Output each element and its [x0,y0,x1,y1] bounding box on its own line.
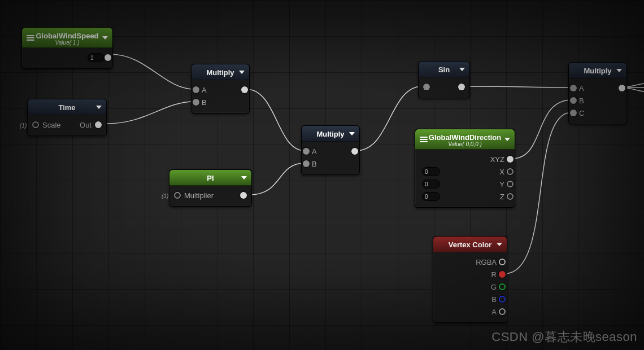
node-sin[interactable]: Sin [418,61,470,98]
node-pi[interactable]: (1) PI Multiplier [169,169,252,207]
node-time[interactable]: (1) Time Scale Out [27,99,107,136]
output-pin[interactable] [240,192,247,199]
chevron-down-icon[interactable] [239,71,245,74]
value-input[interactable]: 1 [88,53,105,62]
chevron-down-icon[interactable] [241,176,247,180]
output-pin[interactable] [619,85,625,91]
node-header[interactable]: Multiply [569,63,626,78]
node-header[interactable]: Vertex Color [433,237,507,252]
node-header[interactable]: Sin [419,62,469,77]
value-input-x[interactable]: 0 [422,167,440,176]
node-header[interactable]: PI [169,170,251,186]
node-title: Time [58,103,75,112]
pin-label: G [491,283,497,291]
output-pin-y[interactable] [507,181,514,187]
output-pin-b[interactable] [499,296,506,303]
node-header[interactable]: GlobalWindSpeed Value( 1 ) [22,28,112,48]
chevron-down-icon[interactable] [102,36,108,40]
output-pin-a[interactable] [499,308,506,315]
pin-label: C [579,109,584,117]
node-graph-canvas[interactable]: GlobalWindSpeed Value( 1 ) 1 (1) Time Sc… [0,0,644,350]
output-pin[interactable] [458,84,465,90]
pin-label: Y [499,180,504,189]
node-title: GlobalWindDirection [429,133,501,142]
output-pin-r[interactable] [499,271,506,278]
node-header[interactable]: Time [28,99,106,115]
output-pin-x[interactable] [507,168,514,175]
node-global-wind-direction[interactable]: GlobalWindDirection Value( 0,0,0 ) XYZ 0… [415,129,515,208]
ext-label: (1) [20,123,27,129]
node-title: Multiply [584,67,611,75]
input-pin[interactable] [423,84,430,90]
watermark-text: CSDN @暮志未晚season [491,329,637,345]
node-header[interactable]: GlobalWindDirection Value( 0,0,0 ) [415,129,515,150]
chevron-down-icon[interactable] [504,138,510,141]
node-subtitle: Value( 0,0,0 ) [448,141,482,147]
node-multiply-2[interactable]: Multiply A B [301,125,360,175]
node-title: GlobalWindSpeed [36,32,98,40]
value-input-z[interactable]: 0 [422,192,440,201]
output-pin[interactable] [105,54,111,61]
ext-label: (1) [162,193,168,199]
pin-label: B [312,160,317,168]
chevron-down-icon[interactable] [459,68,465,71]
node-title: Multiply [206,68,234,77]
output-pin[interactable] [241,86,248,93]
pin-label: A [491,308,497,316]
input-pin-multiplier[interactable] [174,192,181,199]
node-header[interactable]: Multiply [192,64,249,80]
pin-label: Multiplier [184,191,214,200]
pin-label: B [579,97,584,105]
input-pin-a[interactable] [303,148,310,155]
pin-label: B [202,98,207,107]
pin-label: A [202,86,207,94]
input-pin-b[interactable] [303,160,310,167]
pin-label: Out [80,121,92,129]
pin-label: X [499,168,504,176]
chevron-down-icon[interactable] [616,69,622,72]
chevron-down-icon[interactable] [497,243,502,246]
pin-label: Scale [42,121,61,129]
node-title: PI [207,174,214,182]
output-pin-g[interactable] [499,283,506,290]
input-pin-a[interactable] [193,86,199,93]
pin-label: A [312,147,317,156]
input-pin-scale[interactable] [32,121,39,128]
input-pin-c[interactable] [570,110,577,116]
node-vertex-color[interactable]: Vertex Color RGBA R G B A [433,236,507,323]
output-pin[interactable] [351,148,358,155]
node-subtitle: Value( 1 ) [55,40,80,46]
node-title: Multiply [316,130,344,138]
pin-label: R [491,270,497,279]
output-pin-out[interactable] [95,121,102,128]
output-pin-z[interactable] [507,193,514,200]
chevron-down-icon[interactable] [349,132,355,135]
node-header[interactable]: Multiply [302,126,359,142]
hamburger-icon[interactable] [27,35,34,41]
value-input-y[interactable]: 0 [422,180,440,189]
pin-label: B [491,295,497,304]
pin-label: XYZ [490,155,504,164]
node-global-wind-speed[interactable]: GlobalWindSpeed Value( 1 ) 1 [21,27,113,69]
node-title: Vertex Color [449,240,492,249]
input-pin-b[interactable] [570,97,577,104]
output-pin-rgba[interactable] [499,259,506,265]
node-multiply-3[interactable]: Multiply A B C [568,62,627,124]
node-multiply-1[interactable]: Multiply A B [191,64,250,113]
pin-label: A [579,84,584,93]
hamburger-icon[interactable] [420,137,428,142]
chevron-down-icon[interactable] [96,106,102,109]
input-pin-a[interactable] [570,85,577,91]
node-title: Sin [438,65,450,74]
pin-label: Z [500,193,504,201]
output-pin-xyz[interactable] [507,156,514,163]
pin-label: RGBA [476,258,497,266]
input-pin-b[interactable] [193,99,199,106]
